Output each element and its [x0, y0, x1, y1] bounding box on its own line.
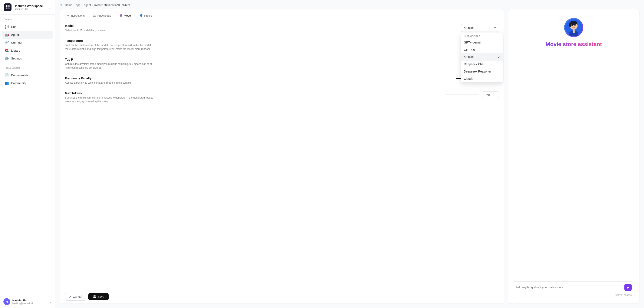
- sidebar-label-documentation: Documentation: [11, 74, 31, 77]
- cancel-label: Cancel: [73, 295, 82, 298]
- workspace-toggle[interactable]: ⌄: [48, 5, 51, 10]
- claude-label: Claude: [464, 77, 473, 80]
- instructions-tab-icon: ✦: [67, 14, 69, 17]
- user-email: hashim@flowtrail.ai: [12, 302, 47, 304]
- dropdown-item-gpt4o-mini[interactable]: GPT-4o-mini: [461, 39, 503, 46]
- main-content: ⊞ Home › app › agent › 6786317f46b788ab3…: [55, 0, 644, 308]
- right-panel: Movie store assistant ▶ 99273 / 500000: [508, 9, 640, 304]
- save-button[interactable]: 💾 Save: [88, 293, 108, 300]
- svg-point-8: [572, 25, 573, 26]
- chat-send-button[interactable]: ▶: [624, 284, 632, 291]
- topp-label: Top P: [65, 58, 154, 61]
- assistant-avatar: [564, 18, 583, 37]
- bottom-bar: ✕ Cancel 💾 Save: [60, 290, 504, 303]
- maxtokens-slider-track[interactable]: [445, 94, 480, 95]
- temperature-label: Temperature: [65, 39, 154, 43]
- model-dropdown-button[interactable]: o3-mini ▾: [461, 24, 499, 32]
- chat-input[interactable]: [516, 286, 624, 289]
- workspace-info: Hashims Workspace Premium Plan: [14, 4, 43, 10]
- user-profile-footer[interactable]: H Hashim Ea hashim@flowtrail.ai ⌄: [0, 295, 55, 308]
- connect-icon: 🔗: [5, 41, 9, 45]
- knowledge-tab-icon: 📖: [93, 14, 96, 17]
- sidebar-item-documentation[interactable]: 📄 Documentation: [2, 71, 53, 79]
- breadcrumb-id[interactable]: 6786317f46b788ab3071d22e: [94, 4, 130, 7]
- tab-model[interactable]: 🔮 Model: [116, 12, 135, 19]
- dropdown-item-deepseek-reasoner[interactable]: Deepseek Reasoner: [461, 68, 503, 75]
- agents-icon: 🤖: [5, 33, 9, 37]
- topp-setting-row: Top P Controls the diversity of the mode…: [65, 58, 499, 70]
- sidebar-item-settings[interactable]: ⚙️ Settings: [2, 54, 53, 62]
- sidebar-expand-icon[interactable]: ⊞: [60, 4, 62, 7]
- topp-desc: Controls the diversity of the model via …: [65, 62, 154, 70]
- maxtokens-slider-group: [445, 91, 499, 98]
- dropdown-item-o3mini[interactable]: o3-mini ✓: [461, 53, 503, 61]
- svg-rect-11: [573, 30, 574, 33]
- tab-instructions[interactable]: ✦ Instructions: [63, 12, 88, 19]
- left-panel: ✦ Instructions 📖 Knowledge 🔮 Model 👤 Pro…: [60, 9, 504, 304]
- dropdown-chevron-icon: ▾: [494, 26, 496, 30]
- model-setting-row: Model Select the LLM model that you want…: [65, 24, 499, 32]
- topp-label-group: Top P Controls the diversity of the mode…: [65, 58, 154, 70]
- maxtokens-input[interactable]: [482, 91, 499, 98]
- gpt4o-mini-label: GPT-4o-mini: [464, 41, 481, 44]
- tab-bar: ✦ Instructions 📖 Knowledge 🔮 Model 👤 Pro…: [60, 9, 504, 19]
- temperature-desc: controls the randomness of the model.Low…: [65, 43, 154, 51]
- content-wrapper: ✦ Instructions 📖 Knowledge 🔮 Model 👤 Pro…: [55, 7, 644, 308]
- workspace-plan: Premium Plan: [14, 8, 43, 10]
- sidebar-item-connect[interactable]: 🔗 Connect: [2, 39, 53, 47]
- tab-knowledge[interactable]: 📖 Knowledge: [89, 12, 114, 19]
- deepseek-reasoner-label: Deepseek Reasoner: [464, 70, 491, 73]
- right-panel-body: Movie store assistant ▶ 99273 / 500000: [508, 9, 640, 303]
- cancel-button[interactable]: ✕ Cancel: [65, 293, 86, 300]
- tab-instructions-label: Instructions: [70, 14, 84, 17]
- o3mini-label: o3-mini: [464, 55, 474, 59]
- documentation-icon: 📄: [5, 73, 9, 77]
- sidebar-label-agents: Agents: [11, 33, 20, 37]
- chat-counter: 99273 / 500000: [513, 293, 634, 298]
- deepseek-chat-label: Deepseek Chat: [464, 63, 484, 66]
- sidebar-label-community: Community: [11, 81, 26, 85]
- svg-rect-2: [6, 8, 8, 9]
- sidebar-item-library[interactable]: 📚 Library: [2, 47, 53, 54]
- dropdown-item-claude[interactable]: Claude: [461, 75, 503, 82]
- user-initials: H: [6, 300, 8, 303]
- sidebar-header: Hashims Workspace Premium Plan ⌄: [0, 0, 55, 15]
- maxtokens-control: [445, 91, 499, 98]
- temperature-setting-row: Temperature controls the randomness of t…: [65, 39, 499, 51]
- temperature-label-group: Temperature controls the randomness of t…: [65, 39, 154, 51]
- chat-input-area: ▶ 99273 / 500000: [513, 281, 634, 298]
- sidebar-label-chat: Chat: [11, 25, 18, 29]
- frequency-desc: Applies a penalty to tokens that are fre…: [65, 81, 154, 85]
- dropdown-item-deepseek-chat[interactable]: Deepseek Chat: [461, 61, 503, 68]
- frequency-label: Frequency Penalty: [65, 77, 154, 80]
- help-nav: 📄 Documentation 👥 Community: [0, 70, 55, 88]
- tab-model-label: Model: [124, 14, 132, 17]
- maxtokens-desc: Specifies the maximum number of tokens t…: [65, 96, 154, 103]
- sidebar-label-settings: Settings: [11, 57, 22, 60]
- user-info: Hashim Ea hashim@flowtrail.ai: [12, 299, 47, 304]
- sidebar-item-chat[interactable]: 💬 Chat: [2, 23, 53, 31]
- frequency-label-group: Frequency Penalty Applies a penalty to t…: [65, 77, 154, 85]
- dropdown-item-gpt4[interactable]: GPT-4.0: [461, 46, 503, 53]
- user-menu-chevron: ⌄: [49, 300, 52, 303]
- model-desc: Select the LLM model that you want: [65, 28, 154, 32]
- sidebar-label-library: Library: [11, 49, 20, 52]
- sidebar-item-agents[interactable]: 🤖 Agents: [2, 31, 53, 39]
- breadcrumb-agent[interactable]: agent: [84, 4, 91, 7]
- svg-rect-3: [8, 8, 10, 9]
- svg-point-7: [569, 23, 572, 27]
- sidebar-label-connect: Connect: [11, 41, 22, 44]
- model-label-group: Model Select the LLM model that you want: [65, 24, 154, 32]
- frequency-setting-row: Frequency Penalty Applies a penalty to t…: [65, 77, 499, 85]
- profile-tab-icon: 👤: [140, 14, 143, 17]
- svg-rect-0: [6, 5, 8, 7]
- sidebar-item-community[interactable]: 👥 Community: [2, 79, 53, 87]
- tab-profile[interactable]: 👤 Profile: [136, 12, 156, 19]
- breadcrumb-app[interactable]: app: [76, 4, 80, 7]
- sidebar-nav: 💬 Chat 🤖 Agents 🔗 Connect 📚 Library ⚙️ S…: [0, 22, 55, 63]
- general-section-label: General: [0, 15, 55, 22]
- breadcrumb-home[interactable]: Home: [65, 4, 72, 7]
- help-section-label: Help & Support: [0, 63, 55, 70]
- model-dropdown: o3-mini ▾ LLM Models GPT-4o-mini GPT: [461, 24, 499, 32]
- library-icon: 📚: [5, 48, 9, 53]
